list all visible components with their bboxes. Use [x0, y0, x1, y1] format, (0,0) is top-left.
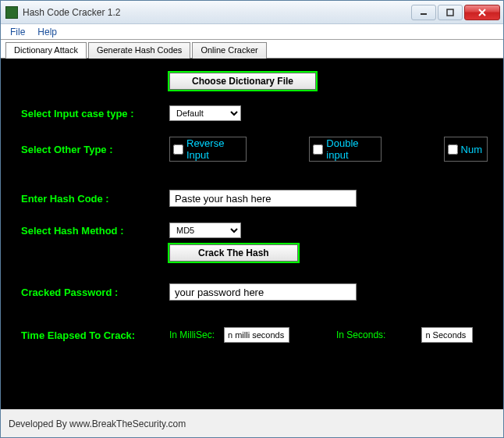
menubar: File Help — [1, 24, 503, 40]
num-label: Num — [461, 144, 487, 155]
footer: Developed By www.BreakTheSecurity.com — [1, 409, 503, 437]
crack-hash-button[interactable]: Crack The Hash — [169, 244, 298, 262]
num-checkbox[interactable]: Num — [444, 137, 488, 162]
millisec-output — [224, 327, 289, 343]
svg-rect-1 — [447, 9, 453, 16]
millisec-label: In MilliSec: — [169, 329, 215, 340]
choose-dictionary-file-button[interactable]: Choose Dictionary File — [169, 73, 316, 90]
cracked-password-label: Cracked Password : — [21, 287, 169, 298]
double-input-checkbox[interactable]: Double input — [309, 137, 381, 162]
tab-online-cracker[interactable]: Online Cracker — [192, 42, 266, 59]
cracked-password-output[interactable] — [169, 283, 357, 301]
content-area: Choose Dictionary File Select Input case… — [1, 59, 503, 409]
window-title: Hash Code Cracker 1.2 — [23, 7, 411, 18]
window-controls — [411, 5, 500, 20]
reverse-input-label: Reverse Input — [186, 137, 246, 161]
seconds-output — [421, 327, 473, 343]
titlebar: Hash Code Cracker 1.2 — [1, 1, 503, 24]
other-type-label: Select Other Type : — [21, 144, 169, 155]
footer-text: Developed By www.BreakTheSecurity.com — [9, 418, 186, 429]
hash-method-label: Select Hash Method : — [21, 225, 169, 237]
minimize-button[interactable] — [411, 5, 436, 20]
menu-help[interactable]: Help — [31, 25, 63, 39]
tab-dictionary-attack[interactable]: Dictionary Attack — [5, 42, 87, 59]
menu-file[interactable]: File — [4, 25, 31, 39]
case-type-label: Select Input case type : — [21, 108, 169, 119]
close-icon — [477, 8, 487, 17]
reverse-input-checkbox[interactable]: Reverse Input — [169, 137, 247, 162]
time-elapsed-label: Time Elapsed To Crack: — [21, 329, 169, 341]
seconds-label: In Seconds: — [336, 329, 385, 340]
tab-bar: Dictionary Attack Generate Hash Codes On… — [1, 40, 503, 59]
reverse-input-box[interactable] — [173, 144, 183, 155]
app-icon — [5, 6, 18, 19]
case-type-select[interactable]: Default — [169, 105, 241, 121]
hash-code-input[interactable] — [169, 190, 357, 207]
close-button[interactable] — [464, 5, 500, 20]
minimize-icon — [420, 9, 428, 16]
tab-generate-hash-codes[interactable]: Generate Hash Codes — [88, 42, 190, 59]
app-window: Hash Code Cracker 1.2 File Help Dictiona… — [0, 0, 504, 438]
maximize-button[interactable] — [438, 5, 463, 20]
num-box[interactable] — [448, 144, 458, 155]
hash-code-label: Enter Hash Code : — [21, 193, 169, 205]
double-input-box[interactable] — [313, 144, 323, 155]
maximize-icon — [446, 9, 454, 16]
double-input-label: Double input — [326, 137, 380, 161]
hash-method-select[interactable]: MD5 — [169, 223, 241, 238]
